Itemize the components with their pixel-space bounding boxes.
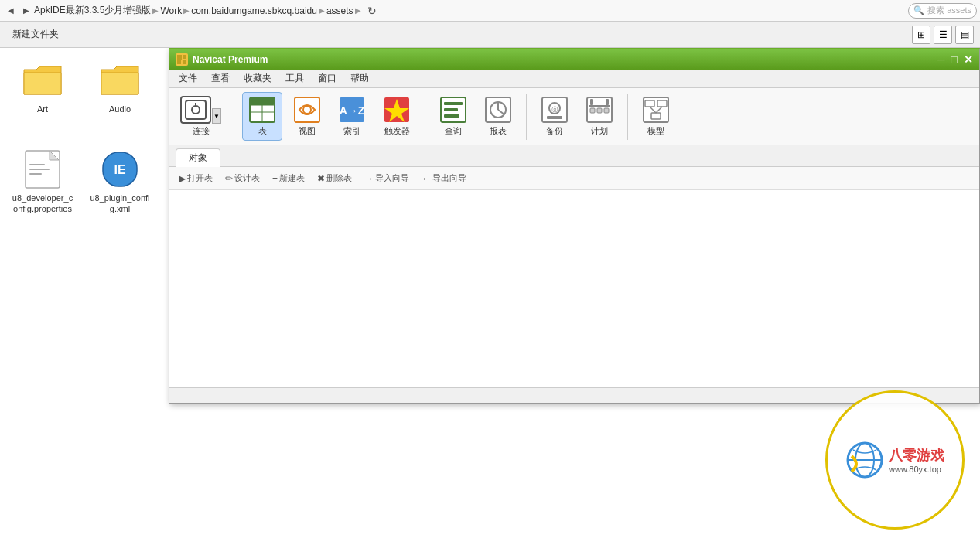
- svg-rect-58: [444, 102, 463, 105]
- path-sep-1: ▶: [152, 6, 159, 15]
- navicat-statusbar: [169, 387, 979, 403]
- svg-rect-60: [444, 114, 459, 118]
- svg-rect-66: [547, 116, 562, 119]
- menu-view[interactable]: 查看: [205, 70, 236, 87]
- file-item-audio[interactable]: Audio: [85, 56, 155, 129]
- file-label-art: Art: [37, 104, 48, 114]
- report-icon-area: [484, 96, 512, 124]
- watermark-brand: 八零游戏: [889, 446, 944, 465]
- menu-tools[interactable]: 工具: [279, 70, 310, 87]
- path-segment-2[interactable]: Work: [160, 5, 182, 16]
- view-toggle-btn[interactable]: ⊞: [912, 26, 930, 44]
- tool-schedule[interactable]: 计划: [579, 93, 620, 140]
- svg-rect-69: [606, 99, 609, 105]
- connect-dropdown[interactable]: ▼: [212, 108, 221, 124]
- toolbar: 新建文件夹 ⊞ ☰ ▤: [0, 22, 980, 48]
- tool-backup[interactable]: ◎ 备份: [534, 93, 575, 140]
- tool-query[interactable]: 查询: [433, 93, 473, 140]
- tab-objects[interactable]: 对象: [176, 148, 220, 167]
- svg-rect-47: [250, 97, 275, 105]
- navicat-titlebar: Navicat Premium ─ □ ✕: [169, 49, 979, 70]
- action-export-wizard[interactable]: ← 导出向导: [417, 171, 471, 186]
- file-item-art[interactable]: Art: [8, 56, 77, 129]
- action-design-table[interactable]: ✏ 设计表: [220, 171, 265, 186]
- svg-rect-74: [644, 97, 668, 122]
- file-label-audio: Audio: [109, 104, 131, 114]
- tool-label-trigger: 触发器: [384, 125, 410, 137]
- svg-rect-70: [589, 105, 610, 107]
- file-item-u8dev[interactable]: u8_developer_config.propertie​s: [8, 145, 77, 218]
- svg-rect-72: [597, 108, 602, 113]
- watermark: 八零游戏 www.80yx.top: [825, 390, 965, 530]
- navicat-title-icon: [176, 53, 188, 66]
- svg-rect-59: [444, 108, 458, 111]
- table-icon-area: [248, 96, 276, 124]
- icon-u8plugin: IE: [98, 148, 142, 191]
- divider-2: [425, 94, 425, 140]
- file-label-u8plugin: u8_plugin_config.xml: [88, 192, 152, 215]
- view-details-btn[interactable]: ☰: [934, 26, 952, 44]
- query-icon-area: [439, 96, 467, 124]
- menu-file[interactable]: 文件: [172, 70, 203, 87]
- minimize-btn[interactable]: ─: [937, 53, 945, 66]
- menu-help[interactable]: 帮助: [344, 70, 375, 87]
- new-table-icon: +: [272, 173, 278, 184]
- nav-back-btn[interactable]: ◀: [3, 3, 19, 19]
- menu-favorites[interactable]: 收藏夹: [237, 70, 278, 87]
- close-btn[interactable]: ✕: [964, 53, 973, 66]
- file-label-u8dev: u8_developer_config.propertie​s: [11, 192, 74, 215]
- icon-u8dev: [21, 148, 64, 191]
- path-segment-4[interactable]: assets: [326, 5, 353, 16]
- backup-icon-area: ◎: [541, 96, 569, 124]
- tool-connect[interactable]: ▼ 连接: [176, 93, 226, 140]
- svg-point-80: [848, 443, 882, 477]
- action-delete-table[interactable]: ✖ 删除表: [312, 171, 357, 186]
- path-sep-3: ▶: [319, 6, 325, 15]
- file-item-u8plugin[interactable]: IE u8_plugin_config.xml: [85, 145, 155, 218]
- watermark-globe-icon: [845, 441, 884, 479]
- svg-text:A→Z: A→Z: [340, 104, 365, 117]
- navicat-window: Navicat Premium ─ □ ✕ 文件 查看 收藏夹 工具 窗口 帮助: [169, 48, 980, 404]
- view-icon-area: [293, 96, 321, 124]
- tool-trigger[interactable]: 触发器: [377, 93, 417, 140]
- menu-window[interactable]: 窗口: [312, 70, 343, 87]
- tool-label-backup: 备份: [546, 125, 563, 137]
- tool-view[interactable]: 视图: [287, 93, 327, 140]
- action-import-wizard[interactable]: → 导入向导: [360, 171, 414, 186]
- tool-model[interactable]: 模型: [636, 93, 676, 140]
- new-folder-btn[interactable]: 新建文件夹: [6, 26, 65, 43]
- tool-table[interactable]: 表: [242, 92, 282, 141]
- divider-3: [526, 94, 527, 140]
- nav-forward-btn[interactable]: ▶: [19, 3, 34, 19]
- action-open-table[interactable]: ▶ 打开表: [174, 171, 217, 186]
- path-segment-1[interactable]: ApkIDE最新3.3.5少月增强版: [34, 4, 151, 17]
- svg-rect-42: [183, 60, 186, 64]
- path-segment-3[interactable]: com.baidumgame.sbkcq.baidu: [191, 5, 317, 16]
- svg-rect-71: [590, 108, 595, 113]
- svg-text:IE: IE: [114, 163, 125, 176]
- action-new-table[interactable]: + 新建表: [268, 171, 309, 186]
- import-icon: →: [364, 173, 374, 184]
- refresh-btn[interactable]: ↻: [363, 2, 381, 20]
- tool-label-query: 查询: [445, 125, 462, 137]
- search-box[interactable]: 🔍 搜索 assets: [908, 3, 977, 19]
- navicat-menubar: 文件 查看 收藏夹 工具 窗口 帮助: [169, 70, 979, 88]
- svg-text:◎: ◎: [551, 104, 558, 113]
- folder-icon-audio: [98, 59, 142, 102]
- tool-label-schedule: 计划: [591, 125, 608, 137]
- tool-label-view: 视图: [299, 125, 316, 137]
- tool-report[interactable]: 报表: [478, 93, 518, 140]
- folder-icon-art: [21, 59, 64, 102]
- maximize-btn[interactable]: □: [951, 53, 958, 66]
- tool-index[interactable]: A→Z 索引: [332, 93, 372, 140]
- divider-1: [234, 94, 234, 140]
- model-icon-area: [642, 96, 670, 124]
- connect-main-icon: [180, 96, 211, 124]
- view-pane-btn[interactable]: ▤: [955, 26, 974, 44]
- tool-label-model: 模型: [647, 125, 664, 137]
- divider-4: [627, 94, 628, 140]
- svg-rect-40: [183, 55, 186, 59]
- tool-label-report: 报表: [490, 125, 507, 137]
- delete-table-icon: ✖: [317, 173, 325, 184]
- address-bar: ◀ ▶ ApkIDE最新3.3.5少月增强版 ▶ Work ▶ com.baid…: [0, 0, 980, 22]
